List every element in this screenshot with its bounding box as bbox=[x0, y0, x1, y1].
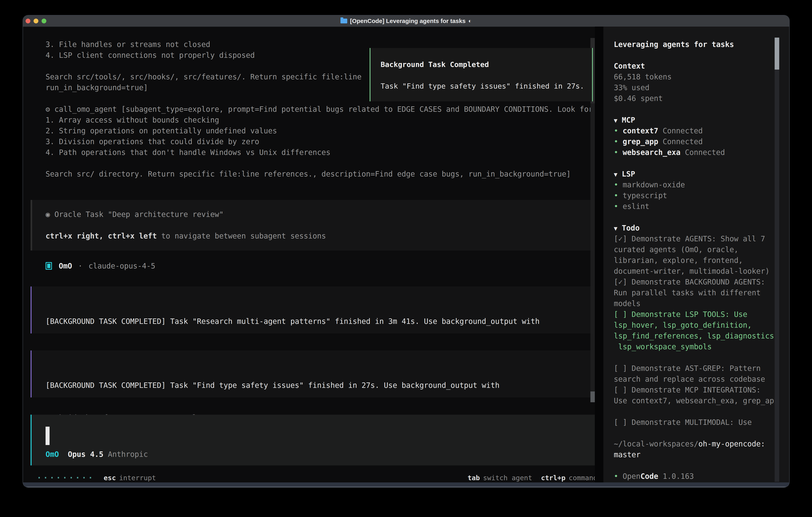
todo-line: [ ] Demonstrate MULTIMODAL: Use bbox=[614, 417, 782, 428]
agent-icon bbox=[46, 262, 52, 270]
folder-icon bbox=[341, 19, 347, 23]
todo-line: search and replace across codebase bbox=[614, 374, 782, 385]
mcp-item: •grep_appConnected bbox=[614, 136, 782, 147]
title-bar: [OpenCode] Leveraging agents for tasks ◐ bbox=[23, 16, 789, 27]
lsp-list: •markdown-oxide•typescript•eslint bbox=[614, 180, 782, 212]
status-dot-icon: • bbox=[614, 137, 618, 146]
chevron-down-icon: ▼ bbox=[614, 117, 617, 124]
context-heading: Context bbox=[614, 61, 782, 72]
todo-section-header[interactable]: ▼Todo bbox=[614, 223, 782, 234]
todo-line: lsp_hover, lsp_goto_definition, bbox=[614, 320, 782, 331]
todo-line bbox=[614, 352, 782, 363]
interrupt-label: interrupt bbox=[119, 474, 156, 482]
input-meta: OmO Opus 4.5 Anthropic bbox=[46, 449, 598, 460]
panel-divider bbox=[595, 27, 603, 483]
status-dot-icon: • bbox=[614, 472, 618, 481]
status-dot-icon: • bbox=[614, 181, 618, 189]
version-name-white: Code bbox=[640, 472, 658, 481]
todo-line: [ ] Demonstrate AST-GREP: Pattern bbox=[614, 363, 782, 374]
chevron-down-icon: ▼ bbox=[614, 171, 617, 178]
esc-key-hint: esc bbox=[104, 474, 116, 482]
terminal-line: Search src/ directory. Return specific f… bbox=[46, 169, 598, 180]
context-stat: 66,518 tokens bbox=[614, 72, 782, 82]
toast-body: Task "Find type safety issues" finished … bbox=[381, 81, 592, 91]
lsp-name: typescript bbox=[622, 191, 667, 200]
todo-list: [✓] Demonstrate AGENTS: Show all 7curate… bbox=[614, 234, 782, 428]
mcp-name: websearch_exa bbox=[622, 148, 680, 157]
lsp-heading: LSP bbox=[622, 170, 635, 178]
status-dot-icon: • bbox=[614, 202, 618, 211]
todo-line: document-writer, multimodal-looker) bbox=[614, 266, 782, 277]
sidebar: Leveraging agents for tasks Context 66,5… bbox=[603, 27, 789, 483]
version-number: 1.0.163 bbox=[658, 472, 694, 481]
mcp-status: Connected bbox=[663, 137, 703, 146]
terminal-line bbox=[46, 158, 598, 169]
mcp-item: •websearch_exaConnected bbox=[614, 147, 782, 158]
minimize-window-button[interactable] bbox=[34, 19, 38, 23]
mcp-name: grep_app bbox=[622, 137, 658, 146]
agent-name: OmO bbox=[59, 262, 72, 270]
chevron-down-icon: ▼ bbox=[614, 225, 617, 232]
lsp-section-header[interactable]: ▼LSP bbox=[614, 169, 782, 180]
session-title: Leveraging agents for tasks bbox=[614, 39, 782, 50]
workspace-path-repo: oh-my-opencode: bbox=[698, 440, 765, 448]
todo-line: lsp_workspace_symbols bbox=[614, 342, 782, 352]
mcp-name: context7 bbox=[622, 127, 658, 135]
version-name-gray: Open bbox=[622, 472, 640, 481]
key-hint: ctrl+pcommands bbox=[541, 474, 601, 482]
todo-line: [ ] Demonstrate MCP INTEGRATIONS: bbox=[614, 385, 782, 396]
workspace-path: ~/local-workspaces/oh-my-opencode: bbox=[614, 439, 782, 450]
terminal-line: 4. Path operations that don't handle Win… bbox=[46, 147, 598, 158]
main-scrollbar-thumb[interactable] bbox=[590, 391, 595, 402]
workspace-path-prefix: ~/local-workspaces/ bbox=[614, 440, 698, 448]
input-model-name: Opus 4.5 bbox=[68, 450, 103, 459]
mcp-status: Connected bbox=[663, 127, 703, 135]
todo-line: librarian, explore, frontend, bbox=[614, 255, 782, 266]
terminal-line: 1. Array access without bounds checking bbox=[46, 115, 598, 126]
mcp-item: •context7Connected bbox=[614, 126, 782, 136]
todo-line: [✓] Demonstrate BACKGROUND AGENTS: bbox=[614, 277, 782, 288]
mcp-heading: MCP bbox=[622, 116, 635, 124]
mcp-status: Connected bbox=[685, 148, 725, 157]
version-line: •OpenCode 1.0.163 bbox=[614, 471, 782, 482]
todo-line: Use context7, websearch_exa, grep_app bbox=[614, 396, 782, 406]
workspace-branch: master bbox=[614, 450, 782, 460]
lsp-item: •typescript bbox=[614, 190, 782, 201]
oracle-bullet-icon: ◉ bbox=[46, 210, 50, 219]
background-task-message: [BACKGROUND TASK COMPLETED] Task "Resear… bbox=[31, 287, 598, 333]
oracle-title-text: Oracle Task "Deep architecture review" bbox=[50, 210, 224, 219]
terminal-line: ⚙ call_omo_agent [subagent_type=explore,… bbox=[46, 104, 598, 115]
agent-session-header[interactable]: OmO · claude-opus-4-5 bbox=[46, 261, 155, 271]
status-right-hints: tabswitch agentctrl+pcommands bbox=[459, 474, 601, 482]
zoom-window-button[interactable] bbox=[41, 19, 46, 23]
oracle-hint-text: to navigate between subagent sessions bbox=[157, 232, 326, 240]
window-title: [OpenCode] Leveraging agents for tasks ◐ bbox=[341, 18, 472, 24]
sidebar-scrollbar-thumb[interactable] bbox=[775, 37, 779, 70]
lsp-name: markdown-oxide bbox=[622, 181, 685, 189]
mcp-list: •context7Connected•grep_appConnected•web… bbox=[614, 126, 782, 158]
prompt-input[interactable]: OmO Opus 4.5 Anthropic bbox=[31, 415, 598, 465]
app-window: [OpenCode] Leveraging agents for tasks ◐… bbox=[23, 16, 789, 487]
window-title-text: [OpenCode] Leveraging agents for tasks bbox=[350, 18, 466, 24]
mcp-section-header[interactable]: ▼MCP bbox=[614, 115, 782, 126]
todo-line bbox=[614, 406, 782, 417]
terminal-line: 2. String operations on potentially unde… bbox=[46, 126, 598, 136]
close-window-button[interactable] bbox=[26, 19, 30, 23]
message-line: [BACKGROUND TASK COMPLETED] Task "Resear… bbox=[46, 316, 598, 327]
todo-line: curated agents (OmO, oracle, bbox=[614, 244, 782, 255]
hint-label: switch agent bbox=[483, 474, 532, 482]
oracle-navigation-hint: ctrl+x right, ctrl+x left to navigate be… bbox=[46, 231, 598, 242]
background-task-message: [BACKGROUND TASK COMPLETED] Task "Find t… bbox=[31, 351, 598, 398]
message-line: [BACKGROUND TASK COMPLETED] Task "Find t… bbox=[46, 380, 598, 391]
lsp-item: •eslint bbox=[614, 201, 782, 212]
window-bottom-edge bbox=[23, 483, 789, 487]
terminal-line: 3. Division operations that could divide… bbox=[46, 136, 598, 147]
background-task-toast: Background Task Completed Task "Find typ… bbox=[370, 48, 593, 101]
sidebar-scrollbar-track[interactable] bbox=[775, 37, 779, 482]
traffic-lights bbox=[23, 16, 46, 27]
todo-line: Run parallel tasks with different bbox=[614, 288, 782, 298]
todo-heading: Todo bbox=[622, 224, 640, 232]
input-agent-name: OmO bbox=[46, 450, 59, 459]
text-cursor bbox=[46, 427, 50, 445]
context-stat: $0.46 spent bbox=[614, 93, 782, 104]
